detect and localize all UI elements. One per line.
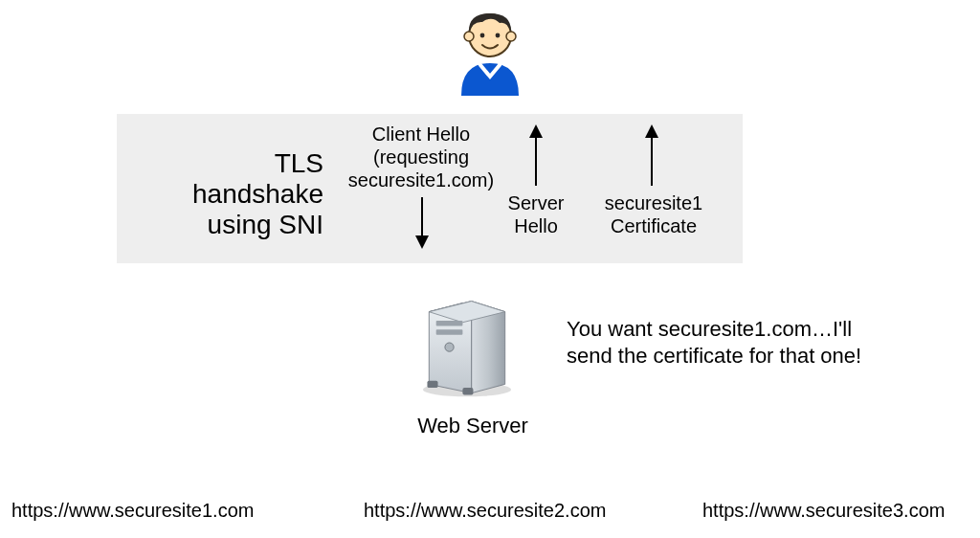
svg-rect-6 xyxy=(436,321,463,326)
svg-rect-10 xyxy=(462,388,473,394)
server-hello-l2: Hello xyxy=(498,214,574,237)
user-icon xyxy=(444,4,536,101)
server-hello-l1: Server xyxy=(498,191,574,214)
certificate-label: securesite1 Certificate xyxy=(601,191,706,237)
title-line2: using SNI xyxy=(142,210,323,240)
svg-point-8 xyxy=(445,343,454,351)
url-3: https://www.securesite3.com xyxy=(702,500,945,522)
certificate-l2: Certificate xyxy=(601,214,706,237)
svg-rect-9 xyxy=(427,381,437,388)
title-line1: TLS handshake xyxy=(142,148,323,210)
client-hello-l2: (requesting xyxy=(345,146,498,168)
svg-point-2 xyxy=(506,32,516,41)
arrow-client-hello xyxy=(421,197,423,237)
client-hello-label: Client Hello (requesting securesite1.com… xyxy=(345,123,498,191)
speech-l2: send the certificate for that one! xyxy=(567,343,892,370)
diagram-title: TLS handshake using SNI xyxy=(142,148,323,241)
arrow-certificate xyxy=(651,136,653,186)
certificate-l1: securesite1 xyxy=(601,191,706,214)
client-hello-l3: securesite1.com) xyxy=(345,168,498,191)
url-2: https://www.securesite2.com xyxy=(364,500,606,522)
arrow-client-hello-head xyxy=(415,235,429,249)
client-hello-l1: Client Hello xyxy=(345,123,498,146)
speech-l1: You want securesite1.com…I'll xyxy=(567,316,892,343)
server-speech: You want securesite1.com…I'll send the c… xyxy=(567,316,892,369)
server-hello-label: Server Hello xyxy=(498,191,574,237)
server-icon xyxy=(410,285,524,405)
svg-point-1 xyxy=(464,32,474,41)
svg-rect-7 xyxy=(436,329,463,335)
svg-point-3 xyxy=(480,34,485,38)
svg-point-4 xyxy=(496,34,501,38)
server-label: Web Server xyxy=(412,414,534,438)
url-1: https://www.securesite1.com xyxy=(11,500,254,522)
arrow-server-hello xyxy=(535,136,537,186)
